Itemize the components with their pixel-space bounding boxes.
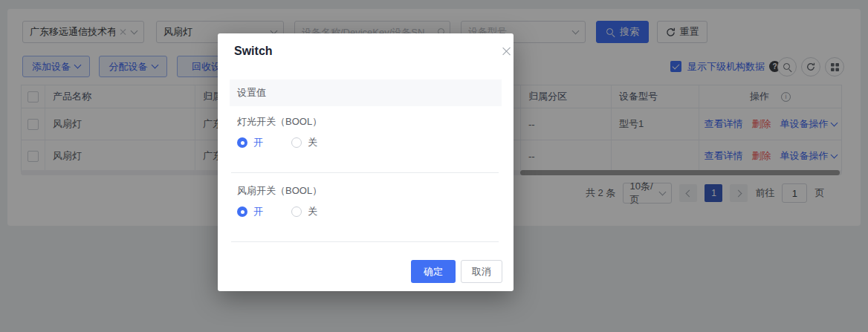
modal-title: Switch (234, 45, 273, 58)
field-label: 风扇开关（BOOL） (237, 184, 322, 198)
radio-off-label: 关 (308, 136, 317, 149)
field-label: 灯光开关（BOOL） (237, 115, 322, 128)
radio-group: 开 关 (237, 205, 317, 218)
radio-on-label: 开 (253, 205, 263, 218)
radio-group: 开 关 (237, 136, 317, 149)
radio-off[interactable] (291, 206, 302, 217)
switch-modal: Switch 设置值 灯光开关（BOOL） 开 关 风扇开关（BOOL） 开 关… (218, 33, 514, 291)
radio-on-selected[interactable] (237, 137, 247, 148)
divider (231, 241, 499, 242)
radio-off-label: 关 (308, 205, 317, 218)
modal-footer: 确定 取消 (411, 260, 502, 283)
divider (231, 172, 499, 173)
radio-off[interactable] (291, 137, 302, 148)
modal-section-header: 设置值 (230, 79, 502, 106)
confirm-button[interactable]: 确定 (411, 260, 456, 283)
radio-on-selected[interactable] (237, 206, 247, 217)
cancel-button[interactable]: 取消 (461, 260, 502, 283)
radio-on-label: 开 (253, 136, 263, 149)
